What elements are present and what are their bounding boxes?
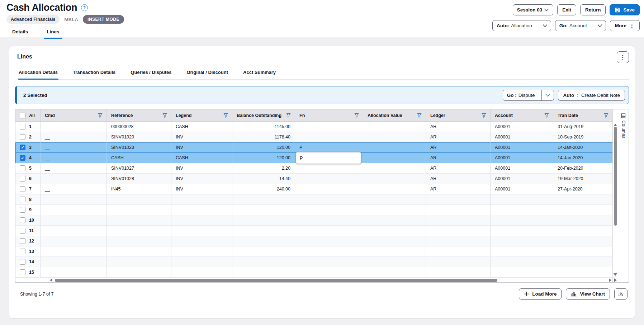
cell-fn[interactable]: [295, 184, 363, 194]
row-checkbox[interactable]: [20, 134, 25, 140]
filter-icon[interactable]: [544, 113, 549, 118]
more-button[interactable]: More ⋮: [610, 20, 640, 31]
cell-tran_date[interactable]: [553, 215, 612, 225]
cell-alloc[interactable]: [363, 215, 426, 225]
cell-balance[interactable]: [232, 226, 295, 236]
row-checkbox[interactable]: [20, 228, 25, 234]
cell-balance[interactable]: -120.00: [232, 153, 295, 163]
table-row[interactable]: 11: [15, 226, 612, 236]
filter-icon[interactable]: [354, 113, 359, 118]
row-checkbox[interactable]: [20, 259, 25, 265]
header-cell-balance-outstanding[interactable]: Balance Outstanding: [232, 109, 295, 121]
table-row[interactable]: 2__SINV01020INV1178.40ARA0000110-Sep-201…: [15, 132, 612, 142]
filter-icon[interactable]: [417, 113, 422, 118]
table-row[interactable]: 5__SINV01027INV2.20ARA0000120-Feb-2020: [15, 163, 612, 174]
cell-fn[interactable]: [295, 132, 363, 142]
cell-cmd[interactable]: __: [41, 122, 107, 132]
cell-cmd[interactable]: __: [41, 174, 107, 184]
cell-tran_date[interactable]: 27-Apr-2020: [553, 184, 612, 194]
auto-create-debit-note-button[interactable]: Auto : Create Debit Note: [558, 90, 625, 101]
return-button[interactable]: Return: [580, 4, 606, 15]
subtab-queries-disputes[interactable]: Queries / Disputes: [130, 67, 172, 80]
cell-fn[interactable]: [295, 267, 363, 277]
cell-cmd[interactable]: [41, 236, 107, 246]
table-row[interactable]: 7__IN45INV240.00ARA0000127-Apr-2020: [15, 184, 612, 194]
header-cell-tran-date[interactable]: Tran Date: [553, 109, 612, 121]
cell-legend[interactable]: INV: [171, 132, 232, 142]
table-row[interactable]: ✓4__CASHCASH-120.00PARA0000114-Jan-2020: [15, 153, 612, 163]
cell-account[interactable]: A00001: [491, 122, 553, 132]
cell-alloc[interactable]: [363, 153, 426, 163]
cell-legend[interactable]: INV: [171, 184, 232, 194]
cell-cmd[interactable]: __: [41, 132, 107, 142]
cell-alloc[interactable]: [363, 122, 426, 132]
cell-reference[interactable]: SINV01027: [107, 163, 171, 173]
cell-balance[interactable]: 2.20: [232, 163, 295, 173]
cell-legend[interactable]: [171, 226, 232, 236]
table-row[interactable]: ✓3__SINV01023INV120.00PARA0000114-Jan-20…: [15, 142, 612, 153]
tab-details[interactable]: Details: [9, 28, 31, 39]
cell-tran_date[interactable]: 01-Aug-2019: [553, 122, 612, 132]
row-checkbox[interactable]: [20, 186, 25, 192]
cell-cmd[interactable]: [41, 246, 107, 256]
subtab-original-discount[interactable]: Original / Discount: [186, 67, 229, 80]
tab-lines[interactable]: Lines: [44, 28, 62, 39]
cell-legend[interactable]: [171, 215, 232, 225]
header-cell-account[interactable]: Account: [491, 109, 553, 121]
header-cell-legend[interactable]: Legend: [171, 109, 232, 121]
cell-tran_date[interactable]: [553, 194, 612, 204]
cell-reference[interactable]: SINV01020: [107, 132, 171, 142]
cell-fn[interactable]: [295, 205, 363, 215]
cell-tran_date[interactable]: 19-Mar-2020: [553, 174, 612, 184]
cell-account[interactable]: [491, 226, 553, 236]
cell-cmd[interactable]: [41, 257, 107, 267]
cell-alloc[interactable]: [363, 257, 426, 267]
cell-ledger[interactable]: AR: [426, 163, 491, 173]
header-cell-fn[interactable]: Fn: [295, 109, 363, 121]
cell-alloc[interactable]: [363, 236, 426, 246]
cell-balance[interactable]: 120.00: [232, 142, 295, 152]
cell-legend[interactable]: [171, 194, 232, 204]
cell-account[interactable]: A00001: [491, 174, 553, 184]
cell-balance[interactable]: [232, 246, 295, 256]
cell-legend[interactable]: CASH: [171, 153, 232, 163]
view-chart-button[interactable]: View Chart: [566, 288, 610, 300]
cell-reference[interactable]: [107, 226, 171, 236]
cell-cmd[interactable]: __: [41, 163, 107, 173]
cell-tran_date[interactable]: [553, 236, 612, 246]
cell-reference[interactable]: [107, 215, 171, 225]
cell-alloc[interactable]: [363, 194, 426, 204]
cell-account[interactable]: [491, 205, 553, 215]
cell-ledger[interactable]: [426, 215, 491, 225]
cell-reference[interactable]: CASH: [107, 153, 171, 163]
header-cell-cmd[interactable]: Cmd: [41, 109, 107, 121]
cell-account[interactable]: A00001: [491, 163, 553, 173]
cell-balance[interactable]: 240.00: [232, 184, 295, 194]
chevron-down-icon[interactable]: [541, 90, 554, 100]
cell-alloc[interactable]: [363, 205, 426, 215]
cell-ledger[interactable]: [426, 257, 491, 267]
cell-ledger[interactable]: AR: [426, 174, 491, 184]
table-row[interactable]: 15: [15, 267, 612, 278]
cell-fn[interactable]: [295, 163, 363, 173]
cell-reference[interactable]: SINV01023: [107, 142, 171, 152]
cell-reference[interactable]: [107, 236, 171, 246]
table-row[interactable]: 10: [15, 215, 612, 226]
cell-cmd[interactable]: __: [41, 153, 107, 163]
cell-legend[interactable]: [171, 257, 232, 267]
cell-legend[interactable]: [171, 236, 232, 246]
cell-balance[interactable]: 14.40: [232, 174, 295, 184]
cell-balance[interactable]: [232, 194, 295, 204]
cell-account[interactable]: A00001: [491, 184, 553, 194]
chevron-down-icon[interactable]: [539, 20, 551, 31]
cell-tran_date[interactable]: 14-Jan-2020: [553, 153, 612, 163]
row-checkbox[interactable]: ✓: [20, 145, 25, 150]
cell-balance[interactable]: [232, 257, 295, 267]
cell-ledger[interactable]: AR: [426, 132, 491, 142]
cell-reference[interactable]: [107, 257, 171, 267]
cell-tran_date[interactable]: [553, 246, 612, 256]
cell-ledger[interactable]: [426, 246, 491, 256]
cell-account[interactable]: [491, 246, 553, 256]
cell-fn[interactable]: [295, 246, 363, 256]
cell-alloc[interactable]: [363, 174, 426, 184]
